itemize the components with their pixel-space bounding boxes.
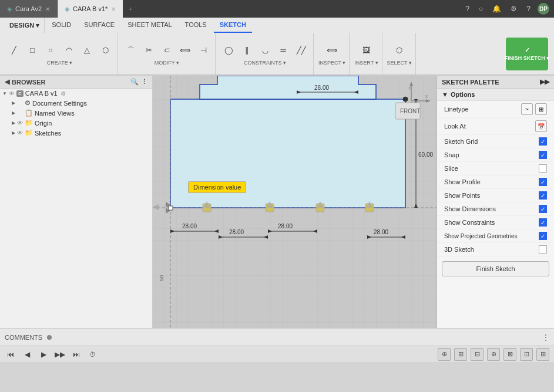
rect-tool[interactable]: □ <box>24 42 41 59</box>
svg-text:X: X <box>425 94 428 99</box>
trim-tool[interactable]: ✂ <box>140 42 157 59</box>
create-icons: ╱ □ ○ ◠ △ ⬡ <box>6 42 113 59</box>
view-cube[interactable]: Y X FRONT <box>391 80 432 121</box>
skip-forward-button[interactable]: ⏭ <box>70 349 82 360</box>
polygon-tool[interactable]: ⬡ <box>97 42 113 59</box>
visibility-icon[interactable]: 👁 <box>17 130 23 136</box>
lookat-icon[interactable]: 📅 <box>535 120 547 132</box>
equal-tool[interactable]: ═ <box>275 42 291 59</box>
tool-row: ╱ □ ○ ◠ △ ⬡ CREATE ▾ ⌒ ✂ ⊂ ⟺ ⊣ MODIFY ▾ … <box>0 33 554 75</box>
tab-sheet-metal[interactable]: SHEET METAL <box>122 18 177 33</box>
constraints-label: CONSTRAINTS ▾ <box>244 60 286 66</box>
browser-search-icon[interactable]: 🔍 <box>130 78 139 86</box>
comments-label: COMMENTS <box>5 334 42 341</box>
dimension-tool[interactable]: ⟺ <box>324 42 340 59</box>
svg-marker-2 <box>200 76 376 99</box>
view-btn-1[interactable]: ⊕ <box>438 348 451 361</box>
browser-item-doc-settings[interactable]: ▶ 👁 ⚙ Document Settings <box>0 98 152 108</box>
show-profile-checkbox[interactable]: ✓ <box>539 178 547 186</box>
user-avatar[interactable]: DP <box>538 3 549 15</box>
browser-item-named-views[interactable]: ▶ 👁 📋 Named Views <box>0 108 152 118</box>
finish-sketch-palette-button[interactable]: Finish Sketch <box>442 261 549 276</box>
view-btn-7[interactable]: ⊞ <box>536 348 549 361</box>
view-btn-5[interactable]: ⊠ <box>503 348 516 361</box>
visibility-icon[interactable]: 👁 <box>9 90 15 97</box>
comments-menu-icon[interactable]: ⋮ <box>542 333 549 342</box>
play-button[interactable]: ▶ <box>38 349 49 360</box>
tab-surface[interactable]: SURFACE <box>78 18 120 33</box>
line-tool[interactable]: ╱ <box>6 42 22 59</box>
question-icon[interactable]: ? <box>524 4 533 14</box>
settings-icon[interactable]: ⚙ <box>508 4 519 14</box>
visibility-icon[interactable]: 👁 <box>17 120 23 126</box>
select-tool[interactable]: ⬡ <box>391 42 408 59</box>
view-btn-3[interactable]: ⊟ <box>471 348 484 361</box>
constraints-icons: ◯ ∥ ◡ ═ ╱╱ <box>220 42 310 59</box>
triangle-tool[interactable]: △ <box>79 42 95 59</box>
browser-item-sketches[interactable]: ▶ 👁 📁 Sketches <box>0 128 152 138</box>
insert-label: INSERT ▾ <box>354 60 378 66</box>
linetype-icon-2[interactable]: ⊞ <box>535 103 547 115</box>
help-icon[interactable]: ? <box>463 4 472 14</box>
tab-cara-av2[interactable]: ◈ Cara Av2 ✕ <box>0 0 58 18</box>
view-btn-2[interactable]: ⊞ <box>454 348 467 361</box>
tangent-tool[interactable]: ◡ <box>257 42 273 59</box>
step-back-button[interactable]: ◀ <box>21 349 33 360</box>
show-constraints-checkbox[interactable]: ✓ <box>539 218 547 227</box>
move-tool[interactable]: ⊣ <box>195 42 211 59</box>
tab-close-cara-bv1[interactable]: ✕ <box>111 6 116 12</box>
show-dimensions-checkbox[interactable]: ✓ <box>539 205 547 213</box>
palette-row-linetype: Linetype ~ ⊞ <box>437 101 554 118</box>
modify-label: MODIFY ▾ <box>155 60 179 66</box>
palette-expand-icon[interactable]: ▶▶ <box>540 78 549 86</box>
tab-cara-bv1[interactable]: ◈ CARA B v1* ✕ <box>58 0 123 18</box>
canvas-area[interactable]: 28.00 60.00 28.00 28.00 <box>153 76 437 328</box>
linetype-icon-1[interactable]: ~ <box>521 103 533 115</box>
browser-menu-icon[interactable]: ⋮ <box>141 78 147 86</box>
3d-sketch-checkbox[interactable] <box>539 245 547 254</box>
expand-icon: ▶ <box>12 100 15 106</box>
snap-checkbox[interactable]: ✓ <box>539 151 547 159</box>
view-btn-6[interactable]: ⊡ <box>520 348 533 361</box>
browser-collapse-icon[interactable]: ◀ <box>5 78 9 86</box>
arc-tool[interactable]: ◠ <box>61 42 77 59</box>
parallel-tool[interactable]: ╱╱ <box>293 42 310 59</box>
collinear-tool[interactable]: ∥ <box>239 42 255 59</box>
grid-checkbox[interactable]: ✓ <box>539 137 547 146</box>
expand-icon: ▼ <box>2 91 7 96</box>
cloud-icon[interactable]: ○ <box>476 4 485 14</box>
tab-close-cara-av2[interactable]: ✕ <box>45 6 50 12</box>
tab-solid[interactable]: SOLID <box>46 18 77 33</box>
browser-title: BROWSER <box>12 79 45 86</box>
mirror-tool[interactable]: ⟺ <box>177 42 193 59</box>
add-tab-button[interactable]: + <box>123 0 137 18</box>
tab-tools[interactable]: TOOLS <box>179 18 213 33</box>
svg-text:60.00: 60.00 <box>418 151 433 158</box>
tab-sketch[interactable]: SKETCH <box>214 18 252 33</box>
slice-checkbox[interactable] <box>539 164 547 173</box>
expand-icon: ▶ <box>12 110 15 116</box>
step-forward-button[interactable]: ▶▶ <box>54 349 66 360</box>
circle-tool[interactable]: ○ <box>42 42 59 59</box>
browser-item-origin[interactable]: ▶ 👁 📁 Origin <box>0 118 152 128</box>
options-section-header[interactable]: ▼ Options <box>437 89 554 101</box>
finish-sketch-button[interactable]: ✓ FINISH SKETCH ▾ <box>506 38 548 70</box>
show-projected-checkbox[interactable]: ✓ <box>539 232 547 240</box>
browser-header-actions: 🔍 ⋮ <box>130 78 147 86</box>
bell-icon[interactable]: 🔔 <box>490 4 503 14</box>
menu-tabs: DESIGN ▾ SOLID SURFACE SHEET METAL TOOLS… <box>0 18 554 33</box>
options-collapse-icon: ▼ <box>442 91 448 98</box>
settings-gear-icon[interactable]: ⚙ <box>61 90 66 97</box>
browser-item-root[interactable]: ▼ 👁 C CARA B v1 ⚙ <box>0 89 152 98</box>
view-cube-svg: Y X FRONT <box>391 80 432 121</box>
skip-back-button[interactable]: ⏮ <box>5 349 16 360</box>
show-points-checkbox[interactable]: ✓ <box>539 191 547 200</box>
coincident-tool[interactable]: ◯ <box>220 42 237 59</box>
offset-tool[interactable]: ⊂ <box>159 42 175 59</box>
fillet-tool[interactable]: ⌒ <box>122 42 139 59</box>
image-insert-tool[interactable]: 🖼 <box>358 42 374 59</box>
view-btn-4[interactable]: ⊕ <box>487 348 500 361</box>
sketches-folder-icon: 📁 <box>25 129 33 137</box>
design-dropdown[interactable]: DESIGN ▾ <box>5 18 45 33</box>
palette-header: SKETCH PALETTE ▶▶ <box>437 76 554 89</box>
